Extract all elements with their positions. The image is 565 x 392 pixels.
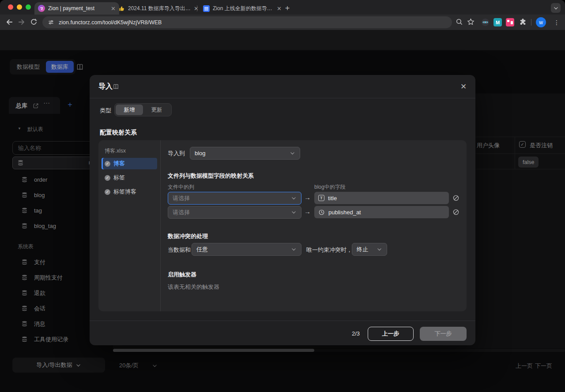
conflict-prefix-label: 当数据和 xyxy=(168,246,191,254)
previous-step-button[interactable]: 上一步 xyxy=(368,327,414,341)
window-zoom-button[interactable] xyxy=(26,4,31,10)
conflict-heading: 数据冲突的处理 xyxy=(168,232,208,240)
remove-mapping-icon[interactable] xyxy=(452,209,460,216)
back-icon[interactable] xyxy=(5,18,13,26)
select-value: blog xyxy=(195,150,206,157)
browser-tab-strip: Zion | payment_test ✕ 2024.11 数据库导入导出重构 … xyxy=(0,0,565,15)
conflict-source-select[interactable]: 任意 xyxy=(192,243,301,256)
tab-title: Zion | payment_test xyxy=(48,5,108,11)
sheet-name: 标签博客 xyxy=(113,188,136,196)
chevron-down-icon xyxy=(290,150,295,156)
browser-window: Zion | payment_test ✕ 2024.11 数据库导入导出重构 … xyxy=(0,0,565,392)
chevron-down-icon xyxy=(291,209,297,215)
chevron-down-icon xyxy=(553,5,559,11)
sheet-item[interactable]: ✓ 博客 xyxy=(102,158,157,169)
field-name: published_at xyxy=(328,209,361,216)
conflict-condition-label: 唯一约束冲突时，则 xyxy=(306,246,358,254)
mapping-panel: 博客.xlsx ✓ 博客 ✓ 标签 ✓ 标签博客 导入到 blog xyxy=(98,140,467,311)
chevron-down-icon xyxy=(291,195,297,201)
workspace-content: 数据模型 数据库 总库 ⋯ ＋ ▼ 默认表 帐户 order blog tag xyxy=(0,50,565,392)
select-value: 终止 xyxy=(357,246,368,254)
file-column-label: 文件中的列 xyxy=(168,183,194,191)
tab-title: 2024.11 数据库导入导出重构 - xyxy=(128,5,191,12)
mapping-section-title: 配置映射关系 xyxy=(100,129,137,137)
file-column-select[interactable]: 请选择 xyxy=(168,206,301,219)
window-minimize-button[interactable] xyxy=(17,4,22,10)
select-value: 任意 xyxy=(196,246,208,254)
bookmark-star-icon[interactable] xyxy=(467,18,475,26)
extensions-puzzle-icon[interactable] xyxy=(519,18,527,26)
model-field-chip[interactable]: T title xyxy=(314,192,449,204)
close-icon[interactable]: ✕ xyxy=(194,6,199,11)
sheet-item[interactable]: ✓ 标签 xyxy=(102,172,157,183)
type-option-update[interactable]: 更新 xyxy=(143,105,170,115)
type-label: 类型 xyxy=(100,107,111,115)
tab-title: Zion 上线全新的数据导入与导 xyxy=(213,5,274,12)
document-favicon xyxy=(203,5,210,12)
window-close-button[interactable] xyxy=(8,4,13,10)
extension-icon-pink[interactable] xyxy=(506,18,514,26)
zion-favicon xyxy=(38,5,45,12)
help-book-icon[interactable] xyxy=(113,83,119,90)
close-icon[interactable]: ✕ xyxy=(277,6,282,11)
url-bar[interactable]: zion.functorz.com/tool/dK5wjNzjVR8/WEB xyxy=(42,16,452,28)
thumbs-up-favicon xyxy=(118,5,125,12)
browser-tab-doc1[interactable]: 2024.11 数据库导入导出重构 - ✕ xyxy=(115,2,202,15)
import-to-label: 导入到 xyxy=(168,149,185,157)
extension-icon-m[interactable]: M xyxy=(493,18,502,26)
type-segmented-control: 新增 更新 xyxy=(114,103,172,116)
chevron-down-icon xyxy=(377,246,382,252)
trigger-empty-text: 该表无相关的触发器 xyxy=(168,283,219,291)
remove-mapping-icon[interactable] xyxy=(452,194,460,202)
browser-menu-icon[interactable]: ⋮ xyxy=(554,19,560,26)
model-column-label: blog中的字段 xyxy=(314,183,346,191)
zoom-icon[interactable] xyxy=(456,18,463,26)
sheet-name: 博客 xyxy=(113,160,125,168)
sheet-item[interactable]: ✓ 标签博客 xyxy=(102,186,157,198)
browser-tab-doc2[interactable]: Zion 上线全新的数据导入与导 ✕ xyxy=(200,2,285,15)
toolbar-separator xyxy=(531,19,531,26)
reload-icon[interactable] xyxy=(30,18,38,26)
type-option-add[interactable]: 新增 xyxy=(116,105,143,115)
chevron-down-icon xyxy=(291,246,297,252)
import-to-select[interactable]: blog xyxy=(190,147,300,160)
trigger-heading: 启用触发器 xyxy=(168,271,196,279)
step-indicator: 2/3 xyxy=(352,330,360,337)
select-placeholder: 请选择 xyxy=(173,209,190,217)
tab-separator xyxy=(197,5,197,11)
new-tab-button[interactable]: ＋ xyxy=(282,3,292,12)
datetime-clock-icon xyxy=(318,209,325,216)
browser-profile-avatar[interactable]: w xyxy=(536,17,546,27)
mapping-heading: 文件列与数据模型字段的映射关系 xyxy=(168,172,254,180)
sheet-name: 标签 xyxy=(113,174,125,182)
divider xyxy=(90,321,475,321)
site-settings-icon[interactable] xyxy=(48,19,54,26)
divider xyxy=(90,98,475,98)
browser-address-bar: zion.functorz.com/tool/dK5wjNzjVR8/WEB M… xyxy=(0,15,565,30)
forward-icon[interactable] xyxy=(18,18,26,26)
dialog-title: 导入 xyxy=(98,82,113,91)
tab-search-button[interactable] xyxy=(551,3,561,13)
conflict-action-select[interactable]: 终止 xyxy=(352,243,387,256)
arrow-right-icon: → xyxy=(304,208,311,215)
import-dialog: 导入 ✕ 类型 新增 更新 配置映射关系 博客.xlsx ✓ 博客 ✓ 标签 xyxy=(90,75,475,345)
url-text: zion.functorz.com/tool/dK5wjNzjVR8/WEB xyxy=(59,19,162,26)
import-file-name: 博客.xlsx xyxy=(105,147,126,155)
app-toolbar: Ai payment_test 网页 ▾ ! 1 发布 xyxy=(0,30,565,50)
check-circle-icon: ✓ xyxy=(105,161,110,167)
text-field-icon: T xyxy=(318,195,324,201)
next-step-button[interactable]: 下一步 xyxy=(420,327,467,341)
extension-icon-1[interactable] xyxy=(481,18,490,26)
field-name: title xyxy=(328,195,337,202)
file-column-select[interactable]: 请选择 xyxy=(168,192,301,205)
browser-tab-zion[interactable]: Zion | payment_test ✕ xyxy=(34,2,119,15)
check-circle-icon: ✓ xyxy=(105,189,110,195)
select-placeholder: 请选择 xyxy=(173,194,190,202)
panel-divider xyxy=(160,140,161,311)
check-circle-icon: ✓ xyxy=(105,175,110,181)
model-field-chip[interactable]: published_at xyxy=(314,206,449,218)
arrow-right-icon: → xyxy=(304,194,311,201)
close-icon[interactable]: ✕ xyxy=(460,82,467,91)
